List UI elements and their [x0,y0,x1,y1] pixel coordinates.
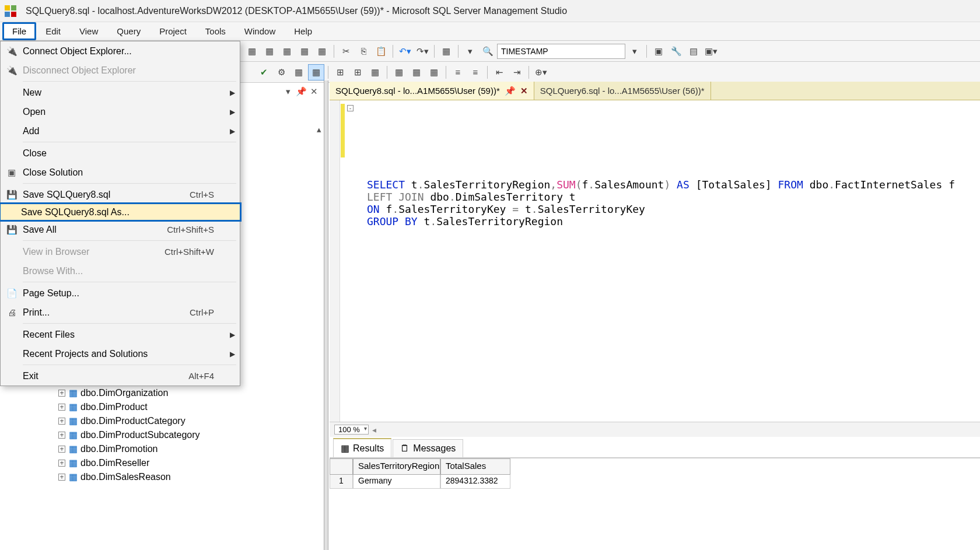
close-icon[interactable]: ✕ [520,86,528,96]
tree-item[interactable]: +▦dbo.DimProduct [58,400,324,414]
menu-item-recent-files[interactable]: Recent Files▶ [1,325,240,344]
pin-icon[interactable]: 📌 [296,86,306,97]
menu-edit[interactable]: Edit [36,23,70,40]
separator [487,66,488,79]
toolbar-icon[interactable]: ⊕▾ [533,64,549,80]
tab-results[interactable]: ▦ Results [333,438,391,457]
toolbar-icon[interactable]: ▦ [290,64,307,80]
expand-icon[interactable]: + [58,390,65,397]
menu-item-open[interactable]: Open▶ [1,102,240,121]
toolbar-icon[interactable]: ▦ [261,43,278,59]
menu-label: Browse With... [23,266,160,276]
toolbar-icon[interactable]: ≡ [450,64,466,80]
menu-item-close[interactable]: Close [1,143,240,163]
outline-toggle-icon[interactable]: - [347,105,354,111]
tree-item[interactable]: +▦dbo.DimProductCategory [58,414,324,428]
toolbar-icon[interactable]: ▣ [650,43,667,59]
menu-item-save-all[interactable]: 💾Save AllCtrl+Shift+S [1,220,240,239]
toolbar-icon[interactable]: ▦ [426,64,442,80]
toolbar-icon[interactable]: ▣▾ [703,43,719,59]
expand-icon[interactable]: + [58,446,65,453]
tab-messages[interactable]: 🗒 Messages [393,439,463,457]
toolbar-icon[interactable]: ▦ [279,43,295,59]
close-icon[interactable]: ✕ [309,86,319,97]
toolbar-icon[interactable]: ▤ [685,43,702,59]
submenu-arrow-icon: ▶ [225,89,235,97]
scroll-left-icon[interactable]: ◂ [372,425,376,435]
zoom-dropdown[interactable]: 100 % [334,425,369,435]
toolbar-icon[interactable]: ▦ [367,64,383,80]
expand-icon[interactable]: + [58,474,65,481]
toolbar-icon[interactable]: ⚙ [273,64,289,80]
menu-separator [23,323,236,324]
menu-label: Close Solution [23,167,160,178]
menu-item-exit[interactable]: ExitAlt+F4 [1,366,240,386]
undo-icon[interactable]: ↶▾ [397,43,413,59]
tab-sqlquery8[interactable]: SQLQuery8.sql - lo...A1M5655\User (59))*… [330,82,534,100]
tree-item[interactable]: +▦dbo.DimPromotion [58,442,324,456]
expand-icon[interactable]: + [58,432,65,439]
menu-item-connect-object-explorer[interactable]: 🔌Connect Object Explorer... [1,41,240,61]
redo-icon[interactable]: ↷▾ [414,43,430,59]
toolbar-icon[interactable]: ▦ [296,43,313,59]
expand-icon[interactable]: + [58,418,65,425]
menu-file[interactable]: File [2,22,36,40]
menu-label: Page Setup... [23,288,160,299]
pin-icon[interactable]: 📌 [505,86,516,96]
execute-icon[interactable]: ✔ [256,64,272,80]
expand-icon[interactable]: + [58,460,65,467]
toolbar-icon[interactable]: ▦ [314,43,330,59]
tree-item[interactable]: +▦dbo.DimReseller [58,456,324,470]
toolbar-icon[interactable]: ▦ [391,64,407,80]
panel-dropdown-icon[interactable]: ▾ [283,86,293,97]
tree-item[interactable]: +▦dbo.DimSalesReason [58,470,324,484]
toolbar-icon[interactable]: ⊞ [332,64,348,80]
menu-item-recent-projects-and-solutions[interactable]: Recent Projects and Solutions▶ [1,344,240,363]
scroll-up-icon[interactable]: ▴ [314,122,324,136]
toolbar-icon[interactable]: ▦ [408,64,425,80]
toolbar-icon[interactable]: ▦ [244,43,260,59]
menu-query[interactable]: Query [107,23,150,40]
cut-icon[interactable]: ✂ [338,43,354,59]
quick-launch-input[interactable] [497,44,625,59]
copy-icon[interactable]: ⎘ [355,43,372,59]
find-icon[interactable]: 🔍 [480,43,496,59]
menu-view[interactable]: View [70,23,107,40]
results-row[interactable]: 1 Germany 2894312.3382 [330,475,980,489]
menu-item-save-sqlquery8-sql[interactable]: 💾Save SQLQuery8.sqlCtrl+S [1,185,240,204]
col-total[interactable]: TotalSales [440,458,510,475]
menu-item-page-setup[interactable]: 📄Page Setup... [1,283,240,303]
menu-tools[interactable]: Tools [196,23,235,40]
separator [446,66,446,79]
menu-window[interactable]: Window [235,23,285,40]
editor-tabs: SQLQuery8.sql - lo...A1M5655\User (59))*… [330,82,980,100]
tree-item[interactable]: +▦dbo.DimProductSubcategory [58,428,324,442]
outdent-icon[interactable]: ⇥ [509,64,525,80]
menu-item-close-solution[interactable]: ▣Close Solution [1,163,240,182]
menu-item-new[interactable]: New▶ [1,83,240,102]
tree-item[interactable]: +▦dbo.DimOrganization [58,386,324,400]
col-region[interactable]: SalesTerritoryRegion [353,458,440,475]
menu-item-save-sqlquery8-sql-as[interactable]: Save SQLQuery8.sql As... [0,202,242,222]
splitter[interactable] [324,80,328,550]
tab-results-label: Results [353,443,384,454]
toolbar-icon[interactable]: ▦ [438,43,454,59]
menu-help[interactable]: Help [285,23,321,40]
paste-icon[interactable]: 📋 [373,43,389,59]
expand-icon[interactable]: + [58,404,65,411]
dropdown-icon[interactable]: ▾ [626,43,643,59]
menu-separator [23,183,236,184]
indent-icon[interactable]: ⇤ [491,64,508,80]
menu-item-add[interactable]: Add▶ [1,121,240,141]
tab-sqlquery6[interactable]: SQLQuery6.sql - lo...A1M5655\User (56))* [534,82,711,100]
toolbar-icon[interactable]: ≡ [467,64,484,80]
menu-project[interactable]: Project [150,23,196,40]
code-editor[interactable]: - SELECT t.SalesTerritoryRegion,SUM(f.Sa… [330,100,980,422]
menu-label: Open [23,107,160,117]
toolbar-icon[interactable]: ⊞ [349,64,366,80]
fn-sum: SUM [556,178,576,191]
toolbar-icon[interactable]: ▾ [462,43,478,59]
toolbar-icon-active[interactable]: ▦ [308,64,324,80]
wrench-icon[interactable]: 🔧 [668,43,684,59]
menu-item-print[interactable]: 🖨Print...Ctrl+P [1,303,240,322]
